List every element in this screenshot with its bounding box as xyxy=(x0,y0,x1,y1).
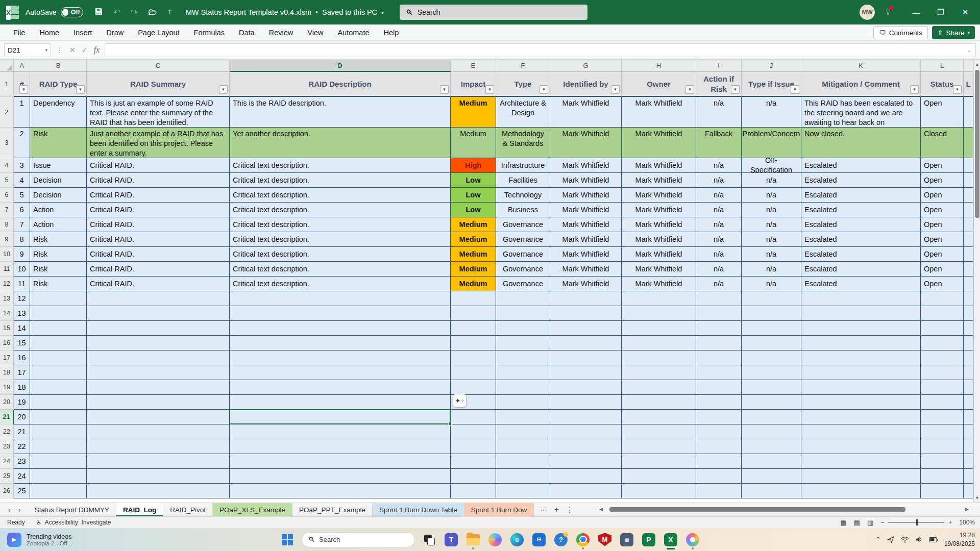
sheet-tab-poap-ppt-example[interactable]: POaP_PPT_Example xyxy=(292,503,373,516)
filter-icon[interactable]: ▾ xyxy=(910,85,919,94)
insert-function-icon[interactable]: fx xyxy=(93,45,100,55)
cell-empty[interactable] xyxy=(30,350,87,365)
comments-button[interactable]: 🗨︎ Comments xyxy=(873,26,928,39)
cell-empty[interactable] xyxy=(921,484,964,498)
cell-empty[interactable] xyxy=(230,306,451,321)
sheet-tab-raid-log[interactable]: RAID_Log xyxy=(116,503,163,516)
cell-mitigation[interactable]: Escalated xyxy=(801,217,921,232)
cell-status[interactable]: Open xyxy=(921,188,964,203)
cell-empty[interactable] xyxy=(230,365,451,380)
cell-type-if-issue[interactable]: n/a xyxy=(742,188,801,203)
cell-type[interactable]: Architecture & Design xyxy=(496,97,550,128)
cell-type[interactable]: Governance xyxy=(496,232,550,247)
cell-empty[interactable] xyxy=(921,350,964,365)
cell-empty[interactable] xyxy=(742,484,801,498)
cell-empty[interactable] xyxy=(742,410,801,424)
cell-raid-summary[interactable]: Critical RAID. xyxy=(87,188,230,203)
cell-empty[interactable] xyxy=(451,336,496,350)
cell-empty[interactable] xyxy=(622,336,696,350)
cell-empty[interactable] xyxy=(622,350,696,365)
cell-empty[interactable] xyxy=(451,454,496,469)
cell-impact[interactable]: High xyxy=(451,158,496,173)
cell-raid-type[interactable]: Action xyxy=(30,203,87,217)
cell-empty[interactable] xyxy=(30,365,87,380)
ribbon-tab-draw[interactable]: Draw xyxy=(99,26,131,40)
cell-empty[interactable] xyxy=(496,306,550,321)
cell-empty[interactable] xyxy=(622,395,696,410)
cell-empty[interactable] xyxy=(550,380,622,395)
cell-empty[interactable] xyxy=(451,380,496,395)
cell-raid-type[interactable]: Decision xyxy=(30,188,87,203)
cell-raid-description[interactable]: Critical text description. xyxy=(230,232,451,247)
cell-action-if-risk[interactable]: n/a xyxy=(696,232,742,247)
cell-raid-type[interactable]: Decision xyxy=(30,173,87,188)
filter-icon[interactable]: ▾ xyxy=(219,85,228,94)
cell-empty[interactable] xyxy=(622,291,696,306)
cell-empty[interactable] xyxy=(550,469,622,484)
ribbon-tab-review[interactable]: Review xyxy=(262,26,301,40)
cell-raid-description[interactable]: Critical text description. xyxy=(230,277,451,291)
cell-empty[interactable] xyxy=(742,424,801,439)
cell-empty[interactable] xyxy=(87,365,230,380)
cell-impact[interactable]: Low xyxy=(451,203,496,217)
cell-mitigation[interactable]: Escalated xyxy=(801,247,921,262)
cell-raid-description[interactable]: This is the RAID description. xyxy=(230,97,451,128)
row-header-9[interactable]: 9 xyxy=(0,232,14,247)
filter-icon[interactable]: ▾ xyxy=(76,85,85,94)
cell-num[interactable]: 3 xyxy=(14,158,30,173)
cell-owner[interactable]: Mark Whitfield xyxy=(622,262,696,277)
cell-owner[interactable]: Mark Whitfield xyxy=(622,247,696,262)
cell-empty[interactable] xyxy=(622,380,696,395)
cell-empty[interactable] xyxy=(742,291,801,306)
cell-empty[interactable] xyxy=(801,395,921,410)
cell-empty[interactable] xyxy=(801,365,921,380)
cell-overflow[interactable] xyxy=(964,188,973,203)
cell-empty[interactable] xyxy=(230,469,451,484)
zoom-level[interactable]: 100% xyxy=(959,519,975,526)
cell-raid-summary[interactable]: Just another example of a RAID that has … xyxy=(87,128,230,158)
cell-empty[interactable] xyxy=(451,424,496,439)
cell-empty[interactable] xyxy=(230,336,451,350)
cell-raid-type[interactable]: Risk xyxy=(30,128,87,158)
cell-empty[interactable] xyxy=(801,410,921,424)
fill-handle[interactable] xyxy=(448,422,452,425)
cell-empty[interactable] xyxy=(801,336,921,350)
cell-overflow[interactable] xyxy=(964,128,973,158)
cell-impact[interactable]: Medium xyxy=(451,97,496,128)
cell-raid-description[interactable]: Critical text description. xyxy=(230,247,451,262)
save-icon[interactable]: 💾︎ xyxy=(94,7,103,17)
row-header-15[interactable]: 15 xyxy=(0,321,14,336)
cell-action-if-risk[interactable]: n/a xyxy=(696,247,742,262)
cell-empty[interactable] xyxy=(742,439,801,454)
cell-empty[interactable] xyxy=(742,454,801,469)
row-header-20[interactable]: 20 xyxy=(0,395,14,410)
cell-num[interactable]: 1 xyxy=(14,97,30,128)
cell-empty[interactable] xyxy=(451,365,496,380)
filter-icon[interactable]: ▾ xyxy=(485,85,494,94)
widgets-button[interactable]: ▶ Trending videos Zootopia 2 - Off... xyxy=(7,533,72,547)
cell-empty[interactable] xyxy=(550,484,622,498)
cell-empty[interactable] xyxy=(87,380,230,395)
column-header-C[interactable]: C xyxy=(87,60,230,72)
filter-icon[interactable]: ▾ xyxy=(953,85,962,94)
cell-empty[interactable] xyxy=(696,469,742,484)
cell-status[interactable]: Open xyxy=(921,247,964,262)
taskbar-start-button[interactable] xyxy=(280,532,295,547)
cell-num[interactable]: 11 xyxy=(14,277,30,291)
column-header-K[interactable]: K xyxy=(801,60,921,72)
cell-empty[interactable] xyxy=(696,395,742,410)
cell-num[interactable]: 15 xyxy=(14,336,30,350)
cell-empty[interactable] xyxy=(230,321,451,336)
cell-num[interactable]: 25 xyxy=(14,484,30,498)
autosave-toggle[interactable]: Off xyxy=(61,7,83,17)
cell-raid-type[interactable]: Risk xyxy=(30,262,87,277)
column-header-E[interactable]: E xyxy=(451,60,496,72)
cell-mitigation[interactable]: Escalated xyxy=(801,173,921,188)
row-header-1[interactable]: 1 xyxy=(0,72,14,97)
cell-num[interactable]: 9 xyxy=(14,247,30,262)
select-all-corner[interactable] xyxy=(0,60,14,72)
cell-empty[interactable] xyxy=(964,306,973,321)
scroll-up-icon[interactable]: ▲ xyxy=(974,60,980,69)
table-header-identified-by[interactable]: Identified by▾ xyxy=(550,72,622,97)
cell-empty[interactable] xyxy=(230,380,451,395)
